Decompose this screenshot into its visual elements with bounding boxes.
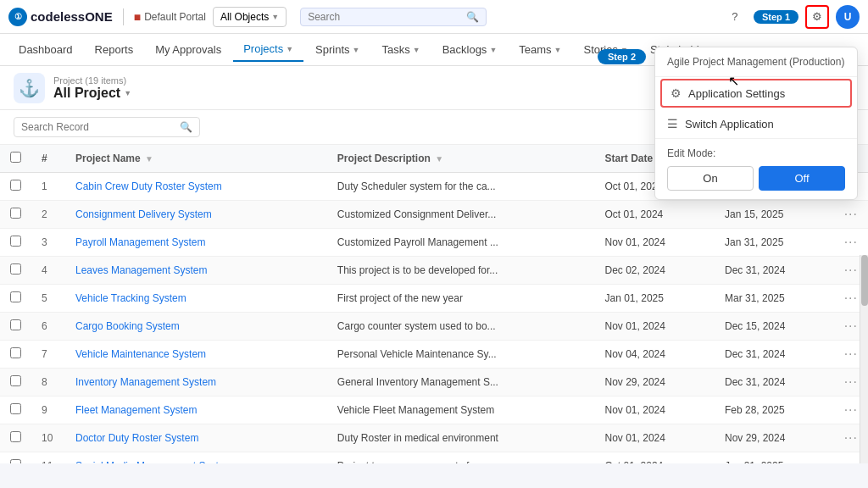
row-menu-button[interactable]: ··· xyxy=(844,235,858,249)
row-menu-button[interactable]: ··· xyxy=(844,347,858,361)
row-start-date: Dec 02, 2024 xyxy=(595,257,715,285)
row-actions[interactable]: ··· xyxy=(834,201,868,229)
project-link[interactable]: Leaves Management System xyxy=(75,264,207,276)
help-button[interactable]: ? xyxy=(723,5,747,29)
row-checkbox[interactable] xyxy=(10,180,21,191)
select-all-header[interactable] xyxy=(0,145,31,173)
project-link[interactable]: Social Media Management Syste... xyxy=(75,460,232,463)
project-title-chevron-icon[interactable]: ▼ xyxy=(124,89,131,97)
row-menu-button[interactable]: ··· xyxy=(844,319,858,333)
table-row: 9 Fleet Management System Vehicle Fleet … xyxy=(0,396,868,424)
project-link[interactable]: Cargo Booking System xyxy=(75,320,180,332)
row-end-date: Jan 15, 2025 xyxy=(715,201,834,229)
row-checkbox-cell[interactable] xyxy=(0,452,31,464)
row-checkbox[interactable] xyxy=(10,263,21,274)
row-checkbox[interactable] xyxy=(10,236,21,247)
row-menu-button[interactable]: ··· xyxy=(844,263,858,277)
row-menu-button[interactable]: ··· xyxy=(844,458,858,463)
row-checkbox-cell[interactable] xyxy=(0,285,31,313)
portal-selector[interactable]: ■ Default Portal xyxy=(134,10,206,24)
nav-dashboard[interactable]: Dashboard xyxy=(8,38,83,61)
row-project-name[interactable]: Social Media Management Syste... xyxy=(65,452,327,464)
row-project-name[interactable]: Cabin Crew Duty Roster System xyxy=(65,173,327,201)
row-checkbox[interactable] xyxy=(10,291,21,302)
row-end-date: Dec 31, 2024 xyxy=(715,341,834,369)
row-actions[interactable]: ··· xyxy=(834,229,868,257)
row-menu-button[interactable]: ··· xyxy=(844,402,858,417)
col-description[interactable]: Project Description ▼ xyxy=(327,145,595,173)
project-link[interactable]: Inventory Management System xyxy=(75,376,216,388)
all-objects-dropdown[interactable]: All Objects ▼ xyxy=(213,7,287,27)
row-description: First project of the new year xyxy=(327,285,595,313)
nav-projects[interactable]: Projects ▼ xyxy=(233,37,303,62)
scrollbar[interactable] xyxy=(860,255,868,463)
logo[interactable]: ① codelessONE xyxy=(8,8,113,26)
row-checkbox-cell[interactable] xyxy=(0,313,31,341)
row-project-name[interactable]: Payroll Management System xyxy=(65,229,327,257)
row-menu-button[interactable]: ··· xyxy=(844,291,858,305)
row-checkbox-cell[interactable] xyxy=(0,229,31,257)
edit-mode-label: Edit Mode: xyxy=(667,147,845,159)
project-link[interactable]: Doctor Duty Roster System xyxy=(75,432,198,444)
row-checkbox-cell[interactable] xyxy=(0,257,31,285)
row-checkbox[interactable] xyxy=(10,375,21,386)
settings-gear-button[interactable]: ⚙ xyxy=(805,5,829,29)
project-name-sort-icon: ▼ xyxy=(145,154,153,164)
row-project-name[interactable]: Inventory Management System xyxy=(65,369,327,396)
row-checkbox-cell[interactable] xyxy=(0,424,31,452)
scrollbar-thumb[interactable] xyxy=(861,255,868,306)
row-checkbox[interactable] xyxy=(10,319,21,330)
edit-mode-off-button[interactable]: Off xyxy=(759,166,845,191)
row-checkbox[interactable] xyxy=(10,459,21,463)
row-project-name[interactable]: Fleet Management System xyxy=(65,396,327,424)
app-settings-item[interactable]: ⚙ Application Settings xyxy=(660,79,852,108)
project-link[interactable]: Consignment Delivery System xyxy=(75,208,212,220)
search-record-container[interactable]: 🔍 xyxy=(14,117,200,137)
nav-sprints[interactable]: Sprints ▼ xyxy=(305,38,370,61)
row-menu-button[interactable]: ··· xyxy=(844,207,858,221)
project-link[interactable]: Fleet Management System xyxy=(75,404,197,416)
row-checkbox[interactable] xyxy=(10,431,21,442)
row-end-date: Jan 31, 2025 xyxy=(715,229,834,257)
row-project-name[interactable]: Vehicle Tracking System xyxy=(65,285,327,313)
row-description: Vehicle Fleet Management System xyxy=(327,396,595,424)
row-number: 7 xyxy=(31,341,65,369)
user-avatar[interactable]: U xyxy=(836,5,860,29)
row-checkbox-cell[interactable] xyxy=(0,201,31,229)
search-input[interactable] xyxy=(308,11,466,23)
table-row: 3 Payroll Management System Customized P… xyxy=(0,229,868,257)
nav-reports[interactable]: Reports xyxy=(85,38,144,61)
row-checkbox-cell[interactable] xyxy=(0,341,31,369)
row-menu-button[interactable]: ··· xyxy=(844,430,858,445)
row-checkbox-cell[interactable] xyxy=(0,369,31,396)
switch-app-item[interactable]: ☰ Switch Application xyxy=(655,109,857,138)
row-menu-button[interactable]: ··· xyxy=(844,374,858,389)
nav-tasks[interactable]: Tasks ▼ xyxy=(371,38,430,61)
col-project-name[interactable]: Project Name ▼ xyxy=(65,145,327,173)
select-all-checkbox[interactable] xyxy=(10,152,21,163)
row-checkbox[interactable] xyxy=(10,208,21,219)
project-link[interactable]: Vehicle Maintenance System xyxy=(75,348,206,360)
nav-my-approvals[interactable]: My Approvals xyxy=(145,38,231,61)
row-checkbox[interactable] xyxy=(10,347,21,358)
row-project-name[interactable]: Doctor Duty Roster System xyxy=(65,424,327,452)
project-link[interactable]: Cabin Crew Duty Roster System xyxy=(75,180,222,192)
project-link[interactable]: Payroll Management System xyxy=(75,236,205,248)
row-checkbox-cell[interactable] xyxy=(0,396,31,424)
row-checkbox-cell[interactable] xyxy=(0,173,31,201)
row-project-name[interactable]: Leaves Management System xyxy=(65,257,327,285)
row-project-name[interactable]: Vehicle Maintenance System xyxy=(65,341,327,369)
edit-mode-on-button[interactable]: On xyxy=(667,166,754,191)
search-record-input[interactable] xyxy=(21,121,176,133)
nav-backlogs[interactable]: Backlogs ▼ xyxy=(432,38,508,61)
col-number: # xyxy=(31,145,65,173)
project-info: Project (19 items) All Project ▼ xyxy=(53,75,131,101)
row-project-name[interactable]: Consignment Delivery System xyxy=(65,201,327,229)
dropdown-title: Agile Project Management (Production) xyxy=(655,47,857,77)
row-checkbox[interactable] xyxy=(10,403,21,414)
global-search[interactable]: 🔍 xyxy=(300,8,487,26)
row-project-name[interactable]: Cargo Booking System xyxy=(65,313,327,341)
project-link[interactable]: Vehicle Tracking System xyxy=(75,292,186,304)
app-dropdown: Agile Project Management (Production) ⚙ … xyxy=(654,47,858,200)
nav-teams[interactable]: Teams ▼ xyxy=(509,38,571,61)
